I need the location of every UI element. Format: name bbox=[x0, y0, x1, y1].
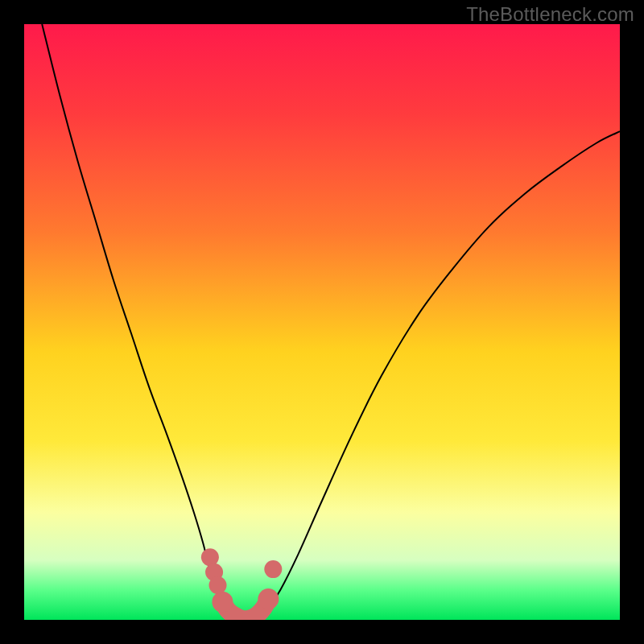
gradient-background bbox=[24, 24, 620, 620]
marker-right bbox=[264, 560, 282, 578]
watermark-text: TheBottleneck.com bbox=[466, 3, 634, 26]
valley-cap bbox=[258, 588, 279, 609]
valley-cap bbox=[212, 592, 233, 613]
chart-frame: TheBottleneck.com bbox=[0, 0, 644, 644]
plot-area bbox=[24, 24, 620, 620]
marker-left bbox=[201, 548, 219, 566]
chart-svg bbox=[24, 24, 620, 620]
marker-left bbox=[209, 576, 227, 594]
